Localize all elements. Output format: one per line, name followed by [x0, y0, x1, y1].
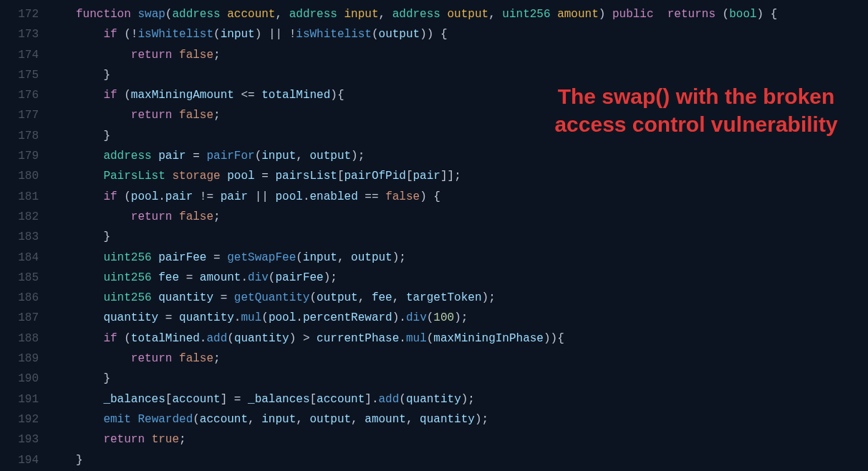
token: false [179, 109, 213, 122]
code-line[interactable]: uint256 quantity = getQuantity(output, f… [76, 288, 777, 308]
line-number: 177 [0, 105, 39, 125]
token: . [296, 311, 303, 324]
token: ]. [365, 393, 378, 406]
code-line[interactable]: uint256 pairFee = getSwapFee(input, outp… [76, 248, 777, 268]
token: ); [461, 393, 475, 406]
token: returns [667, 8, 723, 21]
token: . [303, 190, 310, 203]
token [76, 332, 103, 345]
code-line[interactable]: return true; [76, 429, 777, 450]
code-line[interactable]: uint256 fee = amount.div(pairFee); [76, 268, 777, 288]
token: output [309, 150, 351, 162]
code-line[interactable]: if (maxMiningAmount <= totalMined){ [76, 85, 777, 105]
token: getQuantity [234, 291, 310, 304]
code-line[interactable]: return false; [76, 349, 777, 369]
code-line[interactable]: } [76, 65, 777, 85]
token: input [303, 251, 337, 264]
token: ( [427, 332, 434, 345]
token: = [261, 170, 275, 183]
token: , [248, 413, 261, 426]
token: ] [221, 393, 234, 406]
token: . [234, 311, 241, 324]
token: fee [158, 271, 185, 284]
token [76, 49, 131, 62]
code-line[interactable]: } [76, 369, 777, 389]
token: pair [158, 150, 193, 162]
token: ) [599, 8, 612, 21]
code-line[interactable]: } [76, 126, 777, 146]
token: quantity [103, 311, 165, 324]
token [76, 352, 131, 365]
token: ( [124, 28, 131, 41]
code-line[interactable]: quantity = quantity.mul(pool.percentRewa… [76, 308, 777, 328]
code-line[interactable]: PairsList storage pool = pairsList[pairO… [76, 166, 777, 186]
token: address [392, 8, 448, 21]
line-number: 180 [0, 166, 39, 186]
token: [ [309, 393, 317, 406]
token [76, 170, 103, 183]
token: } [76, 454, 83, 467]
token: ( [124, 332, 131, 345]
line-number: 187 [0, 308, 39, 328]
token: if [103, 190, 124, 203]
token [76, 89, 103, 102]
code-line[interactable]: address pair = pairFor(input, output); [76, 146, 777, 166]
token: address [172, 8, 227, 21]
token: quantity [420, 413, 475, 426]
token: account [227, 8, 275, 21]
token: pairFee [275, 271, 323, 284]
token: , [406, 413, 420, 426]
token: true [152, 433, 179, 446]
line-number-gutter: 1721731741751761771781791801811821831841… [0, 0, 43, 471]
token: ; [213, 210, 221, 223]
token: false [179, 210, 213, 223]
token: = [221, 291, 234, 304]
token: if [103, 89, 124, 102]
token: ( [309, 291, 317, 304]
token: = [213, 251, 227, 264]
code-content[interactable]: function swap(address account, address i… [43, 0, 777, 471]
token: , [275, 8, 289, 21]
token: uint256 [103, 271, 158, 284]
token [76, 271, 103, 284]
token: bool [729, 8, 756, 21]
token: ; [213, 109, 221, 122]
token: amount [365, 413, 406, 426]
token: output [317, 291, 358, 304]
code-line[interactable]: return false; [76, 207, 777, 227]
code-line[interactable]: } [76, 450, 777, 470]
token: ); [482, 291, 496, 304]
token: ( [124, 89, 131, 102]
token: ( [723, 8, 730, 21]
token: ! [289, 28, 296, 41]
code-editor[interactable]: 1721731741751761771781791801811821831841… [0, 0, 868, 471]
token: pairFee [158, 251, 213, 264]
code-line[interactable]: if (!isWhitelist(input) || !isWhitelist(… [76, 24, 777, 44]
token: . [158, 190, 165, 203]
token: ( [372, 28, 379, 41]
token: , [351, 413, 365, 426]
line-number: 190 [0, 369, 39, 389]
line-number: 194 [0, 450, 39, 470]
token: add [379, 393, 400, 406]
line-number: 175 [0, 65, 39, 85]
line-number: 173 [0, 24, 39, 44]
token: maxMiningInPhase [433, 332, 544, 345]
token: return [131, 109, 179, 122]
token [76, 28, 103, 41]
code-line[interactable]: _balances[account] = _balances[account].… [76, 389, 777, 409]
token: totalMined [131, 332, 200, 345]
code-line[interactable]: if (totalMined.add(quantity) > currentPh… [76, 329, 777, 349]
line-number: 189 [0, 349, 39, 369]
code-line[interactable]: } [76, 227, 777, 247]
code-line[interactable]: return false; [76, 45, 777, 65]
token: ); [475, 413, 488, 426]
code-line[interactable]: function swap(address account, address i… [76, 4, 777, 24]
line-number: 176 [0, 85, 39, 105]
token: ; [213, 352, 221, 365]
code-line[interactable]: return false; [76, 105, 777, 125]
token: } [76, 130, 110, 142]
token: if [103, 332, 124, 345]
code-line[interactable]: if (pool.pair != pair || pool.enabled ==… [76, 187, 777, 207]
code-line[interactable]: emit Rewarded(account, input, output, am… [76, 409, 777, 429]
